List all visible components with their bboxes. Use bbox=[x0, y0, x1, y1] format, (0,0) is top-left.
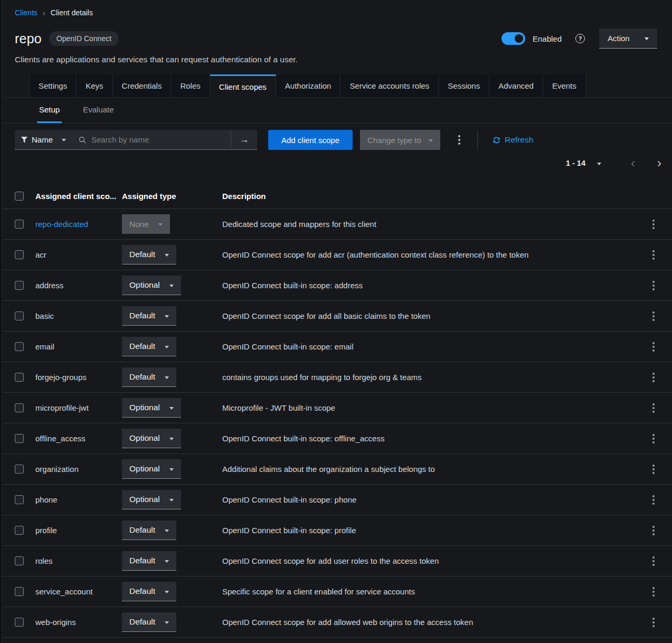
row-kebab-button[interactable] bbox=[649, 278, 658, 294]
kebab-icon bbox=[652, 285, 655, 287]
assigned-type-value: Optional bbox=[129, 495, 160, 504]
enabled-label: Enabled bbox=[533, 34, 562, 43]
row-checkbox[interactable] bbox=[15, 373, 24, 382]
assigned-type-dropdown: None bbox=[122, 214, 170, 234]
tab-keys[interactable]: Keys bbox=[77, 74, 112, 97]
tab-service-accounts-roles[interactable]: Service accounts roles bbox=[340, 74, 439, 97]
row-checkbox[interactable] bbox=[15, 403, 24, 412]
chevron-down-icon bbox=[429, 139, 433, 144]
row-checkbox[interactable] bbox=[15, 250, 24, 259]
assigned-type-dropdown[interactable]: Default bbox=[122, 521, 176, 540]
table-row: acrDefaultOpenID Connect scope for add a… bbox=[0, 240, 672, 270]
row-kebab-button[interactable] bbox=[649, 216, 658, 232]
column-assigned-client-scope[interactable]: Assigned client sco... bbox=[35, 192, 122, 201]
assigned-type-dropdown[interactable]: Optional bbox=[122, 490, 181, 509]
assigned-type-dropdown[interactable]: Default bbox=[122, 245, 176, 264]
scope-name-link[interactable]: repo-dedicated bbox=[35, 220, 88, 229]
kebab-icon bbox=[652, 495, 655, 497]
search-input[interactable] bbox=[86, 130, 231, 149]
refresh-link[interactable]: Refresh bbox=[493, 135, 533, 145]
enabled-toggle[interactable] bbox=[501, 32, 525, 45]
kebab-icon bbox=[652, 499, 655, 501]
row-checkbox[interactable] bbox=[15, 556, 24, 565]
pagination-options-toggle[interactable] bbox=[597, 163, 601, 167]
kebab-icon bbox=[652, 254, 655, 256]
tab-settings[interactable]: Settings bbox=[29, 74, 77, 97]
change-type-dropdown[interactable]: Change type to bbox=[360, 130, 440, 150]
tab-events[interactable]: Events bbox=[543, 74, 586, 97]
protocol-badge: OpenID Connect bbox=[49, 31, 119, 46]
row-checkbox[interactable] bbox=[15, 220, 24, 229]
breadcrumb-clients-link[interactable]: Clients bbox=[15, 8, 37, 17]
search-submit-button[interactable]: → bbox=[231, 130, 257, 149]
filter-name-dropdown[interactable]: Name bbox=[15, 130, 72, 150]
assigned-type-dropdown[interactable]: Optional bbox=[122, 398, 181, 418]
help-icon[interactable]: ? bbox=[575, 34, 585, 43]
kebab-icon bbox=[652, 587, 655, 589]
row-kebab-button[interactable] bbox=[649, 370, 658, 385]
row-kebab-button[interactable] bbox=[649, 461, 658, 477]
chevron-down-icon bbox=[165, 376, 169, 381]
assigned-type-dropdown[interactable]: Default bbox=[122, 582, 176, 601]
kebab-icon bbox=[652, 250, 655, 252]
kebab-icon bbox=[652, 315, 655, 317]
assigned-type-dropdown[interactable]: Optional bbox=[122, 276, 181, 295]
row-checkbox[interactable] bbox=[15, 495, 24, 504]
action-dropdown[interactable]: Action bbox=[599, 29, 657, 49]
row-kebab-button[interactable] bbox=[649, 614, 658, 630]
row-checkbox[interactable] bbox=[15, 281, 24, 290]
table-header-row: Assigned client sco... Assigned type Des… bbox=[0, 184, 672, 209]
table-row: microprofile-jwtOptionalMicroprofile - J… bbox=[0, 393, 672, 423]
row-kebab-button[interactable] bbox=[649, 431, 658, 447]
row-checkbox[interactable] bbox=[15, 618, 24, 627]
row-kebab-button[interactable] bbox=[649, 308, 658, 324]
row-checkbox[interactable] bbox=[15, 311, 24, 320]
assigned-type-dropdown[interactable]: Default bbox=[122, 551, 176, 571]
row-checkbox[interactable] bbox=[15, 434, 24, 443]
kebab-icon bbox=[652, 227, 655, 229]
assigned-type-dropdown[interactable]: Default bbox=[122, 367, 176, 387]
subtab-setup[interactable]: Setup bbox=[37, 98, 62, 123]
kebab-icon bbox=[652, 472, 655, 474]
row-kebab-button[interactable] bbox=[649, 492, 658, 508]
tab-sessions[interactable]: Sessions bbox=[439, 74, 489, 97]
assigned-type-dropdown[interactable]: Default bbox=[122, 612, 176, 632]
row-checkbox[interactable] bbox=[15, 342, 24, 351]
tab-authorization[interactable]: Authorization bbox=[276, 74, 341, 97]
tab-credentials[interactable]: Credentials bbox=[113, 74, 172, 97]
assigned-type-value: Optional bbox=[129, 280, 160, 290]
row-checkbox[interactable] bbox=[15, 465, 24, 474]
scope-name-link: organization bbox=[35, 465, 79, 474]
scope-description: Specific scope for a client enabled for … bbox=[222, 587, 635, 596]
assigned-type-value: Default bbox=[129, 556, 155, 565]
kebab-icon bbox=[652, 621, 655, 623]
assigned-type-dropdown[interactable]: Default bbox=[122, 337, 176, 356]
add-client-scope-button[interactable]: Add client scope bbox=[268, 130, 353, 150]
assigned-type-dropdown[interactable]: Default bbox=[122, 306, 176, 326]
row-kebab-button[interactable] bbox=[649, 584, 658, 600]
select-all-checkbox[interactable] bbox=[15, 192, 24, 201]
row-kebab-button[interactable] bbox=[649, 400, 658, 416]
toolbar-kebab-button[interactable] bbox=[455, 132, 463, 148]
subtab-evaluate[interactable]: Evaluate bbox=[81, 98, 116, 123]
table-row: addressOptionalOpenID Connect built-in s… bbox=[0, 270, 672, 301]
kebab-icon bbox=[652, 434, 655, 436]
scope-description: OpenID Connect built-in scope: email bbox=[222, 342, 635, 351]
assigned-type-dropdown[interactable]: Optional bbox=[122, 459, 181, 479]
assigned-type-dropdown[interactable]: Optional bbox=[122, 429, 181, 448]
pagination-range: 1 - 14 bbox=[566, 159, 585, 167]
tab-advanced[interactable]: Advanced bbox=[489, 74, 543, 97]
row-kebab-button[interactable] bbox=[649, 339, 658, 355]
kebab-icon bbox=[652, 465, 655, 467]
row-checkbox[interactable] bbox=[15, 587, 24, 596]
page-title: repo bbox=[15, 31, 42, 46]
column-assigned-type: Assigned type bbox=[122, 192, 222, 201]
row-kebab-button[interactable] bbox=[649, 247, 658, 263]
tab-roles[interactable]: Roles bbox=[171, 74, 210, 97]
pagination-next-button[interactable]: › bbox=[653, 157, 666, 169]
row-kebab-button[interactable] bbox=[649, 553, 658, 569]
tab-client-scopes[interactable]: Client scopes bbox=[210, 74, 276, 98]
pagination-prev-button[interactable]: ‹ bbox=[627, 157, 639, 169]
row-checkbox[interactable] bbox=[15, 526, 24, 535]
row-kebab-button[interactable] bbox=[649, 523, 658, 538]
